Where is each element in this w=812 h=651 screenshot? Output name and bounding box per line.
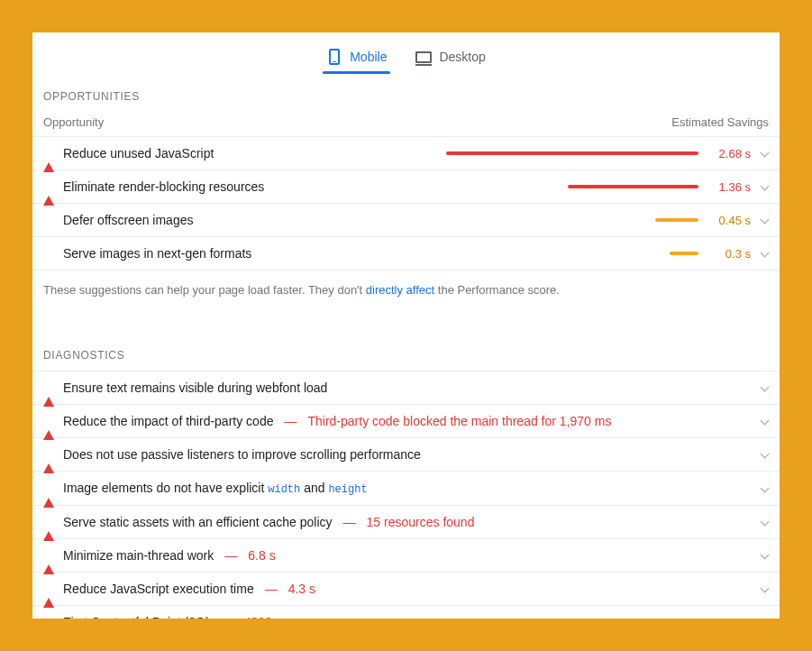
mobile-icon: [326, 49, 342, 65]
tab-desktop-label: Desktop: [439, 50, 485, 64]
savings-bar: [446, 185, 698, 188]
warning-triangle-icon: [43, 517, 54, 527]
chevron-down-icon[interactable]: [760, 518, 769, 527]
chevron-down-icon[interactable]: [760, 149, 769, 158]
diagnostic-detail: Third-party code blocked the main thread…: [307, 414, 611, 428]
diagnostic-label: Ensure text remains visible during webfo…: [63, 381, 327, 395]
diagnostic-label: Serve static assets with an efficient ca…: [63, 515, 333, 529]
savings-value: 1.36 s: [707, 180, 751, 194]
diagnostic-row[interactable]: Reduce JavaScript execution time — 4.3 s: [32, 573, 780, 606]
detail-separator: —: [219, 615, 235, 619]
diagnostic-label: First Contentful Paint (3G): [63, 615, 210, 619]
warning-triangle-icon: [43, 181, 54, 192]
detail-separator: —: [223, 548, 239, 563]
opportunity-label: Eliminate render-blocking resources: [63, 179, 264, 194]
savings-bar: [446, 252, 698, 255]
opportunities-heading: OPPORTUNITIES: [32, 78, 780, 106]
savings-bar: [446, 151, 698, 155]
warning-triangle-icon: [43, 617, 54, 619]
diagnostic-label: Image elements do not have explicit widt…: [63, 481, 368, 496]
col-opportunity: Opportunity: [43, 115, 104, 129]
warning-triangle-icon: [43, 382, 54, 393]
diagnostic-label: Reduce JavaScript execution time: [63, 582, 254, 596]
tab-mobile[interactable]: Mobile: [323, 43, 390, 74]
diagnostic-detail: 15 resources found: [367, 515, 475, 529]
chevron-down-icon[interactable]: [760, 182, 769, 191]
tab-mobile-label: Mobile: [350, 50, 387, 64]
detail-separator: —: [263, 582, 279, 596]
opportunity-row[interactable]: Eliminate render-blocking resources1.36 …: [32, 170, 780, 204]
opportunity-label: Serve images in next-gen formats: [63, 246, 251, 261]
chevron-down-icon[interactable]: [760, 584, 769, 593]
warning-triangle-icon: [43, 483, 54, 494]
chevron-down-icon[interactable]: [760, 618, 769, 619]
note-link[interactable]: directly affect: [366, 283, 434, 297]
report-panel: Mobile Desktop OPPORTUNITIES Opportunity…: [32, 32, 780, 619]
diagnostic-row[interactable]: Does not use passive listeners to improv…: [32, 438, 780, 472]
chevron-down-icon[interactable]: [760, 215, 769, 225]
diagnostics-list: Ensure text remains visible during webfo…: [32, 371, 780, 619]
device-tabs: Mobile Desktop: [32, 32, 780, 78]
diagnostic-row[interactable]: Reduce the impact of third-party code — …: [32, 405, 780, 438]
opportunity-row[interactable]: Defer offscreen images0.45 s: [32, 204, 780, 237]
desktop-icon: [415, 49, 432, 65]
chevron-down-icon[interactable]: [760, 450, 769, 459]
diagnostic-detail: 4.3 s: [288, 582, 315, 596]
warning-triangle-icon: [43, 148, 54, 159]
detail-separator: —: [342, 515, 358, 529]
diagnostics-heading: DIAGNOSTICS: [32, 313, 780, 371]
diagnostic-label: Does not use passive listeners to improv…: [63, 447, 421, 462]
detail-separator: —: [282, 414, 298, 428]
warning-triangle-icon: [43, 416, 54, 426]
warning-triangle-icon: [43, 449, 54, 460]
opportunity-label: Reduce unused JavaScript: [63, 146, 214, 160]
note-suffix: the Performance score.: [434, 283, 560, 297]
chevron-down-icon[interactable]: [760, 249, 769, 258]
warning-triangle-icon: [43, 583, 54, 594]
opportunity-label: Defer offscreen images: [63, 213, 193, 227]
opportunities-columns: Opportunity Estimated Savings: [32, 106, 780, 137]
tab-desktop[interactable]: Desktop: [412, 43, 488, 74]
savings-bar: [446, 218, 698, 222]
diagnostic-row[interactable]: Image elements do not have explicit widt…: [32, 472, 780, 506]
diagnostic-detail: 4890 ms: [244, 615, 293, 619]
chevron-down-icon[interactable]: [760, 551, 769, 560]
chevron-down-icon[interactable]: [760, 484, 769, 493]
chevron-down-icon[interactable]: [760, 417, 769, 426]
opportunity-row[interactable]: Reduce unused JavaScript2.68 s: [32, 137, 780, 170]
savings-value: 2.68 s: [707, 147, 751, 160]
diagnostic-row[interactable]: Minimize main-thread work — 6.8 s: [32, 539, 780, 573]
diagnostic-row[interactable]: Ensure text remains visible during webfo…: [32, 371, 780, 405]
opportunities-note: These suggestions can help your page loa…: [32, 270, 780, 313]
note-prefix: These suggestions can help your page loa…: [43, 283, 366, 297]
savings-value: 0.45 s: [707, 214, 751, 227]
warning-triangle-icon: [43, 550, 54, 561]
diagnostic-detail: 6.8 s: [248, 548, 275, 563]
col-savings: Estimated Savings: [671, 115, 769, 129]
chevron-down-icon[interactable]: [760, 383, 769, 392]
savings-value: 0.3 s: [707, 247, 751, 261]
diagnostic-label: Minimize main-thread work: [63, 548, 214, 563]
diagnostic-row[interactable]: First Contentful Paint (3G) — 4890 ms: [32, 606, 780, 619]
diagnostic-label: Reduce the impact of third-party code: [63, 414, 273, 428]
warning-square-icon: [43, 248, 54, 259]
opportunity-row[interactable]: Serve images in next-gen formats0.3 s: [32, 237, 780, 270]
diagnostic-row[interactable]: Serve static assets with an efficient ca…: [32, 506, 780, 539]
opportunities-list: Reduce unused JavaScript2.68 sEliminate …: [32, 137, 780, 270]
warning-square-icon: [43, 215, 54, 225]
